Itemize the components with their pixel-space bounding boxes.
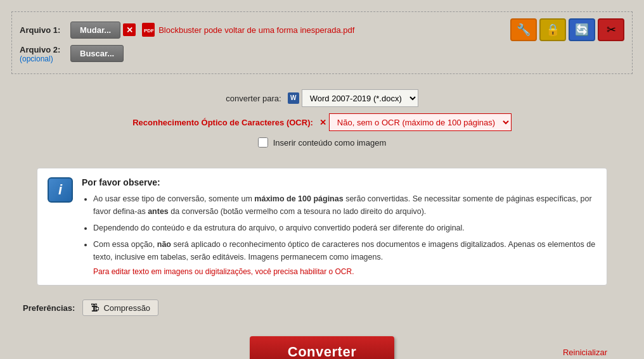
scissors-button[interactable]: ✂ bbox=[598, 18, 624, 41]
preferences-label: Preferências: bbox=[23, 303, 75, 313]
format-select[interactable]: Word 2007-2019 (*.docx) bbox=[302, 89, 418, 107]
compression-button[interactable]: 🗜 Compressão bbox=[82, 299, 158, 316]
insert-image-label: Inserir conteúdo como imagem bbox=[273, 138, 386, 148]
converter-para-label: converter para: bbox=[226, 94, 281, 103]
reinicializar-link[interactable]: Reinicializar bbox=[563, 348, 607, 357]
ocr-x-icon: ✕ bbox=[319, 118, 326, 127]
preferences-section: Preferências: 🗜 Compressão bbox=[11, 294, 633, 321]
compression-label: Compressão bbox=[103, 303, 150, 313]
mudar-button[interactable]: Mudar... bbox=[70, 22, 120, 39]
refresh-icon: 🔄 bbox=[575, 23, 589, 37]
ocr-select[interactable]: Não, sem o OCR (máximo de 100 páginas) bbox=[329, 113, 512, 131]
scissors-icon: ✂ bbox=[607, 23, 616, 37]
refresh-button[interactable]: 🔄 bbox=[569, 18, 595, 41]
wrench-icon: 🔧 bbox=[517, 23, 531, 37]
word-icon: W bbox=[288, 92, 299, 104]
info-bullet3: Com essa opção, não será aplicado o reco… bbox=[93, 238, 596, 263]
info-bullet2: Dependendo do conteúdo e da estrutura do… bbox=[93, 222, 596, 234]
compression-icon: 🗜 bbox=[91, 303, 100, 313]
info-bullet1: Ao usar esse tipo de conversão, somente … bbox=[93, 192, 596, 218]
info-note: Para editar texto em imagens ou digitali… bbox=[82, 267, 596, 276]
info-icon: i bbox=[48, 177, 73, 203]
optional-text: (opcional) bbox=[20, 54, 70, 63]
pdf-icon: PDF bbox=[142, 23, 155, 37]
arquivo2-label: Arquivo 2: bbox=[20, 45, 70, 54]
insert-image-checkbox[interactable] bbox=[258, 137, 268, 148]
lock-icon: 🔒 bbox=[546, 23, 560, 37]
info-content: Por favor observe: Ao usar esse tipo de … bbox=[82, 177, 596, 276]
info-title: Por favor observe: bbox=[82, 177, 596, 187]
arquivo1-label: Arquivo 1: bbox=[20, 25, 60, 35]
wrench-button[interactable]: 🔧 bbox=[510, 18, 537, 41]
info-box: i Por favor observe: Ao usar esse tipo d… bbox=[37, 168, 607, 286]
converter-button[interactable]: Converter bbox=[250, 336, 394, 359]
convert-section: Converter Reinicializar bbox=[11, 330, 633, 359]
svg-text:PDF: PDF bbox=[144, 28, 154, 34]
filename-label: Blockbuster pode voltar de uma forma ine… bbox=[158, 25, 354, 35]
delete-file-button[interactable]: ✕ bbox=[123, 23, 136, 36]
buscar-button[interactable]: Buscar... bbox=[70, 45, 124, 62]
lock-button[interactable]: 🔒 bbox=[539, 18, 566, 41]
ocr-label: Reconhecimento Óptico de Caracteres (OCR… bbox=[132, 118, 313, 127]
